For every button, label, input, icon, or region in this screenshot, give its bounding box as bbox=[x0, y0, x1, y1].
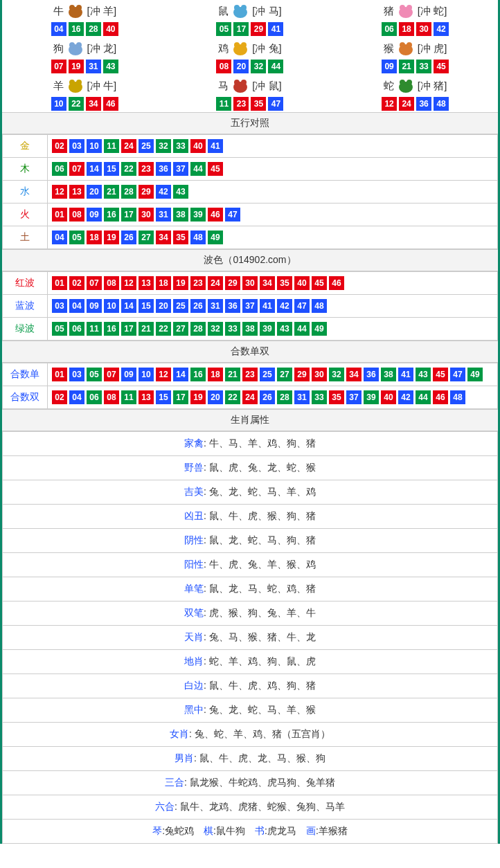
row-label: 合数单 bbox=[3, 363, 48, 386]
zodiac-cell: 猪[冲 蛇]06183042 bbox=[332, 0, 498, 37]
heshu-table: 合数单0103050709101214161821232527293032343… bbox=[2, 363, 498, 409]
table-row: 野兽: 鼠、虎、兔、龙、蛇、猴 bbox=[3, 456, 498, 480]
number-badge: 25 bbox=[139, 139, 154, 153]
number-badge: 19 bbox=[173, 276, 188, 290]
zodiac-name: 羊 bbox=[53, 80, 64, 93]
number-badge: 18 bbox=[156, 276, 171, 290]
zodiac-clash: [冲 羊] bbox=[87, 5, 117, 18]
svg-point-11 bbox=[76, 42, 82, 48]
number-badge: 45 bbox=[433, 368, 448, 381]
section-header-shengxiao: 生肖属性 bbox=[2, 409, 498, 431]
svg-point-10 bbox=[69, 42, 75, 48]
number-badge: 12 bbox=[382, 97, 397, 111]
prop-value: 牛、虎、兔、羊、猴、鸡 bbox=[209, 559, 316, 570]
prop-label: 阳性 bbox=[184, 559, 204, 570]
svg-point-2 bbox=[76, 5, 82, 10]
number-badge: 06 bbox=[52, 162, 67, 176]
number-badge: 08 bbox=[104, 390, 119, 404]
number-badge: 34 bbox=[260, 276, 275, 290]
number-cell: 0108091617303138394647 bbox=[48, 204, 498, 226]
number-badge: 02 bbox=[52, 139, 67, 153]
number-badge: 08 bbox=[216, 60, 231, 73]
number-badge: 14 bbox=[87, 162, 102, 176]
number-badge: 46 bbox=[433, 390, 448, 404]
number-badge: 07 bbox=[51, 60, 66, 73]
number-badge: 22 bbox=[69, 97, 84, 111]
number-badge: 47 bbox=[225, 208, 240, 221]
number-badge: 29 bbox=[139, 185, 154, 199]
number-badge: 03 bbox=[52, 299, 67, 313]
number-badge: 30 bbox=[416, 22, 431, 36]
prop-label: 男肖 bbox=[175, 752, 194, 763]
number-badge: 42 bbox=[434, 22, 449, 36]
table-row: 男肖: 鼠、牛、虎、龙、马、猴、狗 bbox=[3, 747, 498, 771]
table-row: 天肖: 兔、马、猴、猪、牛、龙 bbox=[3, 626, 498, 650]
number-badge: 44 bbox=[268, 60, 283, 73]
number-badge: 32 bbox=[329, 368, 344, 381]
number-badge: 09 bbox=[87, 299, 102, 313]
table-row: 三合: 鼠龙猴、牛蛇鸡、虎马狗、兔羊猪 bbox=[3, 771, 498, 795]
prop-label: 天肖 bbox=[184, 631, 204, 642]
number-badge: 33 bbox=[416, 60, 431, 73]
svg-point-20 bbox=[76, 80, 82, 85]
number-badge: 21 bbox=[399, 60, 414, 73]
horse-icon bbox=[230, 78, 251, 94]
dog-icon bbox=[65, 40, 86, 57]
svg-point-17 bbox=[407, 42, 412, 48]
number-badge: 07 bbox=[69, 162, 84, 176]
number-badge: 36 bbox=[364, 368, 379, 381]
prop-cell: 家禽: 牛、马、羊、鸡、狗、猪 bbox=[3, 432, 498, 456]
number-badge: 21 bbox=[139, 322, 154, 336]
number-badge: 44 bbox=[416, 390, 431, 404]
svg-point-5 bbox=[241, 5, 247, 10]
number-badge: 41 bbox=[398, 368, 413, 381]
prop-cell: 黑中: 兔、龙、蛇、马、羊、猴 bbox=[3, 698, 498, 723]
number-badge: 37 bbox=[173, 162, 188, 176]
number-badge: 19 bbox=[190, 390, 206, 404]
prop-label: 黑中 bbox=[184, 704, 204, 715]
number-badge: 29 bbox=[225, 276, 240, 290]
bottom-value: :虎龙马 bbox=[265, 825, 296, 836]
number-badge: 14 bbox=[173, 368, 188, 381]
prop-cell: 吉美: 兔、龙、蛇、马、羊、鸡 bbox=[3, 480, 498, 505]
zodiac-name: 狗 bbox=[53, 42, 64, 55]
number-badge: 48 bbox=[434, 97, 449, 111]
prop-label: 家禽 bbox=[184, 437, 204, 449]
number-badge: 28 bbox=[190, 322, 206, 336]
number-badge: 10 bbox=[139, 368, 154, 381]
number-badge: 23 bbox=[139, 162, 154, 176]
number-badge: 01 bbox=[52, 368, 67, 381]
table-row: 六合: 鼠牛、龙鸡、虎猪、蛇猴、兔狗、马羊 bbox=[3, 795, 498, 820]
number-badge: 07 bbox=[104, 368, 119, 381]
number-badge: 21 bbox=[225, 368, 240, 381]
table-row: 阴性: 鼠、龙、蛇、马、狗、猪 bbox=[3, 529, 498, 553]
number-badge: 16 bbox=[190, 368, 206, 381]
prop-label: 野兽 bbox=[184, 462, 204, 473]
number-badge: 46 bbox=[208, 208, 223, 221]
zodiac-clash: [冲 马] bbox=[252, 5, 282, 18]
zodiac-name: 鼠 bbox=[218, 5, 229, 18]
svg-point-14 bbox=[241, 42, 247, 48]
number-badge: 34 bbox=[346, 368, 361, 381]
number-badge: 44 bbox=[294, 322, 310, 336]
number-badge: 08 bbox=[69, 208, 84, 221]
number-badge: 42 bbox=[277, 299, 292, 313]
number-badge: 34 bbox=[156, 230, 171, 244]
props-table: 家禽: 牛、马、羊、鸡、狗、猪野兽: 鼠、虎、兔、龙、蛇、猴吉美: 兔、龙、蛇、… bbox=[2, 431, 498, 844]
svg-point-25 bbox=[400, 80, 405, 85]
svg-point-13 bbox=[234, 42, 240, 48]
prop-value: 鼠牛、龙鸡、虎猪、蛇猴、兔狗、马羊 bbox=[180, 801, 345, 812]
number-badge: 28 bbox=[121, 185, 136, 199]
prop-cell: 白边: 鼠、牛、虎、鸡、狗、猪 bbox=[3, 674, 498, 698]
number-badge: 42 bbox=[156, 185, 171, 199]
number-badge: 01 bbox=[52, 208, 67, 221]
prop-label: 吉美 bbox=[184, 486, 204, 497]
bottom-value: :鼠牛狗 bbox=[213, 825, 245, 836]
number-badge: 36 bbox=[416, 97, 431, 111]
number-badge: 41 bbox=[260, 299, 275, 313]
table-row: 红波0102070812131819232429303435404546 bbox=[3, 272, 498, 295]
number-badge: 33 bbox=[225, 322, 240, 336]
prop-value: 鼠、牛、虎、龙、马、猴、狗 bbox=[199, 752, 325, 763]
pig-icon bbox=[395, 3, 416, 19]
zodiac-clash: [冲 龙] bbox=[87, 42, 117, 55]
